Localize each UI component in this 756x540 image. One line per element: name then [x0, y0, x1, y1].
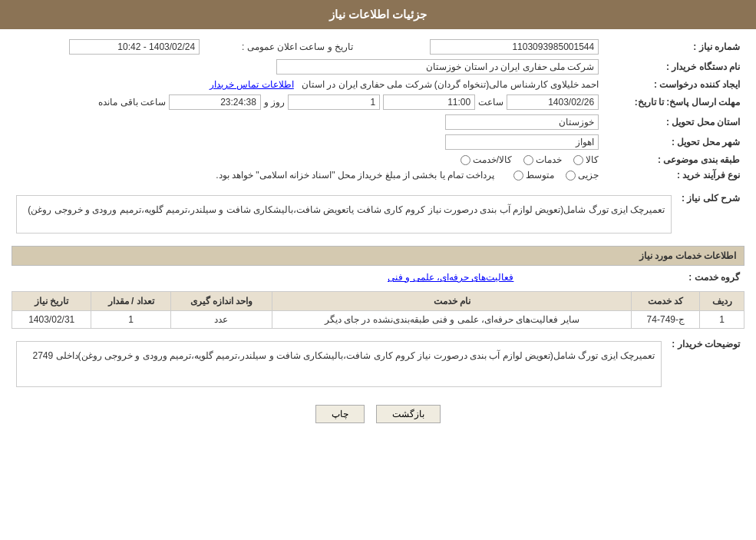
khadamat-section-title: اطلاعات خدمات مورد نیاز	[12, 246, 744, 266]
shomara-niaz-input: 1103093985001544	[430, 39, 599, 55]
sharh-label: شرح کلی نیاز :	[676, 189, 744, 240]
radio-kala-label: کالا	[586, 154, 599, 165]
nooe-farayand-label: نوع فرآیند خرید :	[603, 167, 744, 183]
radio-kala[interactable]	[573, 155, 583, 165]
page-header: جزئیات اطلاعات نیاز	[0, 0, 756, 29]
cell-unit: عدد	[170, 311, 272, 329]
button-row: بازگشت چاپ	[12, 405, 744, 423]
cell-name: سایر فعالیت‌های حرفه‌ای، علمی و فنی طبقه…	[272, 311, 632, 329]
date-value: 1403/02/26	[507, 94, 599, 110]
radio-motavsat-item: متوسط	[513, 170, 554, 181]
radio-jozvi-label: جزیی	[578, 170, 599, 181]
services-table: ردیف کد خدمت نام خدمت واحد اندازه گیری ت…	[12, 291, 744, 329]
tosihaat-value-cell: تعمیرچک ایزی تورگ شامل(تعویض لوازم آب بن…	[12, 335, 666, 393]
col-unit: واحد اندازه گیری	[170, 292, 272, 311]
mohlat-ersal-label: مهلت ارسال پاسخ: تا تاریخ:	[603, 92, 744, 112]
tabaqe-row: کالا خدمات کالا/خدمت	[12, 152, 603, 167]
page-title: جزئیات اطلاعات نیاز	[329, 8, 427, 21]
radio-kala-khadamat-label: کالا/خدمت	[473, 154, 512, 165]
roz-label: روز و	[264, 97, 285, 108]
nam-dastgah-value: شرکت ملی حفاری ایران در استان خوزستان	[12, 57, 603, 77]
radio-khadamat-item: خدمات	[523, 154, 562, 165]
atelaat-tamas-link[interactable]: اطلاعات تماس خریدار	[210, 79, 294, 90]
btn-chap[interactable]: چاپ	[315, 405, 365, 423]
radio-kala-item: کالا	[573, 154, 599, 165]
radio-khadamat[interactable]	[523, 155, 533, 165]
ijad-konande-value: احمد خلیلاوی کارشناس مالی(تنخواه گردان) …	[12, 77, 603, 92]
tarikho-saat-value: 1403/02/24 - 10:42	[12, 37, 204, 57]
ostan-label: استان محل تحویل :	[603, 112, 744, 132]
radio-jozvi[interactable]	[566, 171, 576, 181]
gorooh-khadamat-label: گروه خدمت :	[518, 270, 744, 285]
col-date: تاریخ نیاز	[12, 292, 91, 311]
shomara-niaz-label: شماره نیاز :	[603, 37, 744, 57]
radio-khadamat-label: خدمات	[536, 154, 562, 165]
tosihaat-label: توضیحات خریدار :	[666, 335, 744, 393]
radio-kala-khadamat[interactable]	[461, 155, 470, 165]
cell-date: 1403/02/31	[12, 311, 91, 329]
col-radif: ردیف	[700, 292, 744, 311]
radio-kala-khadamat-item: کالا/خدمت	[461, 154, 512, 165]
tarikho-saat-label: تاریخ و ساعت اعلان عمومی :	[204, 37, 358, 57]
cell-code: ج-749-74	[632, 311, 700, 329]
saat-mande-value: 23:24:38	[169, 94, 261, 110]
radio-motavsat[interactable]	[513, 171, 523, 181]
saat-label: ساعت	[478, 97, 503, 108]
table-row: 1 ج-749-74 سایر فعالیت‌های حرفه‌ای، علمی…	[12, 311, 744, 329]
col-name: نام خدمت	[272, 292, 632, 311]
shahr-label: شهر محل تحویل :	[603, 132, 744, 152]
mohlat-ersal-row: 1403/02/26 ساعت 11:00 1 روز و 23:24:38	[12, 92, 603, 112]
gorooh-khadamat-value[interactable]: فعالیت‌های حرفه‌ای، علمی و فنی	[12, 270, 518, 285]
roz-value: 1	[288, 94, 380, 110]
saat-mande-label: ساعت باقی مانده	[98, 97, 166, 108]
shahr-value: اهواز	[12, 132, 603, 152]
ostan-value: خوزستان	[12, 112, 603, 132]
shomara-niaz-value: 1103093985001544	[358, 37, 603, 57]
col-count: تعداد / مقدار	[91, 292, 170, 311]
tosihaat-value: تعمیرچک ایزی تورگ شامل(تعویض لوازم آب بن…	[16, 341, 662, 387]
cell-count: 1	[91, 311, 170, 329]
sharh-value-cell: تعمیرچک ایزی تورگ شامل(تعویض لوازم آب بن…	[12, 189, 676, 240]
ijad-konande-label: ایجاد کننده درخواست :	[603, 77, 744, 92]
cell-radif: 1	[700, 311, 744, 329]
sharh-value: تعمیرچک ایزی تورگ شامل(تعویض لوازم آب بن…	[16, 195, 672, 234]
farayand-note: پرداخت تمام یا بخشی از مبلغ خریداز محل "…	[216, 170, 494, 181]
nam-dastgah-label: نام دستگاه خریدار :	[603, 57, 744, 77]
radio-jozvi-item: جزیی	[566, 170, 599, 181]
col-code: کد خدمت	[632, 292, 700, 311]
saat-value: 11:00	[383, 94, 475, 110]
btn-bazgasht[interactable]: بازگشت	[376, 405, 441, 423]
tabaqe-label: طبقه بندی موضوعی :	[603, 152, 744, 167]
radio-motavsat-label: متوسط	[526, 170, 554, 181]
nooe-farayand-row: جزیی متوسط پرداخت تمام یا بخشی از مبلغ خ…	[12, 167, 603, 183]
